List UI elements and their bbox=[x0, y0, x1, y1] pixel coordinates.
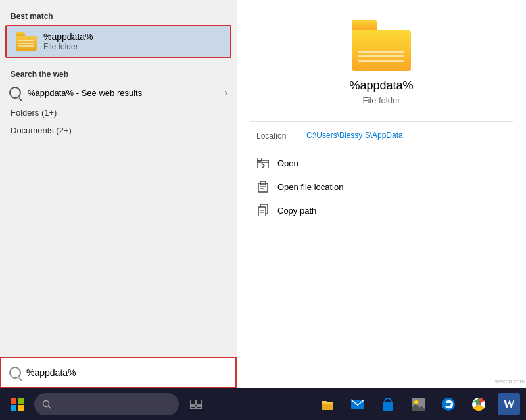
search-bar[interactable]: %appdata% bbox=[0, 357, 237, 388]
best-match-item-name: %appdata% bbox=[43, 32, 93, 42]
task-view-icon bbox=[190, 400, 202, 409]
svg-rect-12 bbox=[11, 405, 16, 411]
svg-rect-18 bbox=[190, 406, 195, 409]
chevron-right-icon: › bbox=[224, 87, 227, 98]
search-results: Best match %appdata% File folder bbox=[0, 0, 237, 388]
location-value[interactable]: C:\Users\Blessy S\AppData bbox=[306, 131, 403, 140]
svg-rect-16 bbox=[190, 400, 195, 405]
svg-rect-13 bbox=[18, 405, 24, 411]
web-search-suffix: - See web results bbox=[74, 88, 142, 98]
svg-rect-21 bbox=[322, 404, 333, 410]
result-title: %appdata% bbox=[349, 79, 413, 93]
search-icon bbox=[9, 87, 21, 99]
word-icon: W bbox=[498, 393, 520, 415]
taskbar-app-mail[interactable] bbox=[343, 390, 372, 419]
task-view-button[interactable] bbox=[181, 390, 210, 419]
word-letter: W bbox=[503, 398, 515, 411]
taskbar-app-word[interactable]: W bbox=[494, 390, 523, 419]
taskbar-apps: W bbox=[313, 390, 523, 419]
svg-rect-7 bbox=[258, 207, 266, 216]
chrome-icon bbox=[471, 397, 486, 411]
store-icon bbox=[381, 397, 394, 411]
start-button[interactable] bbox=[3, 390, 32, 419]
svg-point-26 bbox=[414, 400, 418, 404]
photos-icon bbox=[411, 397, 425, 411]
svg-line-15 bbox=[49, 406, 51, 409]
location-row: Location C:\Users\Blessy S\AppData bbox=[250, 131, 513, 141]
svg-rect-10 bbox=[11, 398, 16, 404]
open-icon bbox=[256, 156, 270, 170]
web-search-text: %appdata% - See web results bbox=[28, 88, 218, 98]
taskbar-app-photos[interactable] bbox=[404, 390, 433, 419]
taskbar-app-explorer[interactable] bbox=[313, 390, 342, 419]
copy-path-label: Copy path bbox=[277, 206, 316, 216]
open-file-location-icon bbox=[256, 180, 270, 193]
explorer-icon bbox=[320, 398, 335, 410]
taskbar-search[interactable] bbox=[34, 393, 179, 415]
taskbar-search-icon bbox=[42, 400, 51, 409]
taskbar: W bbox=[0, 388, 526, 420]
edge-icon bbox=[441, 397, 456, 411]
divider bbox=[250, 121, 513, 122]
right-panel: %appdata% File folder Location C:\Users\… bbox=[237, 0, 526, 388]
open-label: Open bbox=[277, 158, 299, 168]
web-search-query: %appdata% bbox=[28, 88, 74, 98]
open-file-location-label: Open file location bbox=[277, 182, 343, 192]
search-bar-text: %appdata% bbox=[26, 367, 76, 378]
best-match-item-type: File folder bbox=[43, 42, 93, 51]
folder-icon-large bbox=[352, 20, 411, 71]
web-search-label: Search the web bbox=[0, 64, 237, 82]
folder-icon-small bbox=[16, 32, 37, 51]
web-search-item[interactable]: %appdata% - See web results › bbox=[0, 82, 237, 104]
best-match-item[interactable]: %appdata% File folder bbox=[5, 25, 231, 58]
search-bar-icon bbox=[9, 367, 21, 379]
watermark: wsxdn.com bbox=[495, 378, 525, 385]
open-button[interactable]: Open bbox=[250, 151, 513, 175]
location-label: Location bbox=[256, 131, 296, 141]
copy-path-button[interactable]: Copy path bbox=[250, 198, 513, 222]
mail-icon bbox=[350, 398, 365, 410]
taskbar-app-edge[interactable] bbox=[434, 390, 463, 419]
taskbar-app-store[interactable] bbox=[373, 390, 402, 419]
best-match-item-info: %appdata% File folder bbox=[43, 32, 93, 51]
svg-rect-19 bbox=[197, 406, 202, 409]
svg-rect-24 bbox=[383, 402, 393, 411]
svg-rect-22 bbox=[322, 401, 327, 404]
documents-section[interactable]: Documents (2+) bbox=[0, 122, 237, 139]
svg-rect-1 bbox=[257, 158, 262, 161]
folders-section[interactable]: Folders (1+) bbox=[0, 104, 237, 122]
taskbar-app-chrome[interactable] bbox=[464, 390, 493, 419]
svg-rect-11 bbox=[18, 398, 24, 404]
start-menu: Best match %appdata% File folder bbox=[0, 0, 526, 388]
svg-rect-17 bbox=[197, 400, 202, 405]
copy-path-icon bbox=[256, 204, 270, 217]
open-file-location-button[interactable]: Open file location bbox=[250, 175, 513, 198]
left-panel: Best match %appdata% File folder bbox=[0, 0, 237, 388]
result-subtitle: File folder bbox=[362, 95, 400, 105]
best-match-label: Best match bbox=[0, 7, 237, 24]
